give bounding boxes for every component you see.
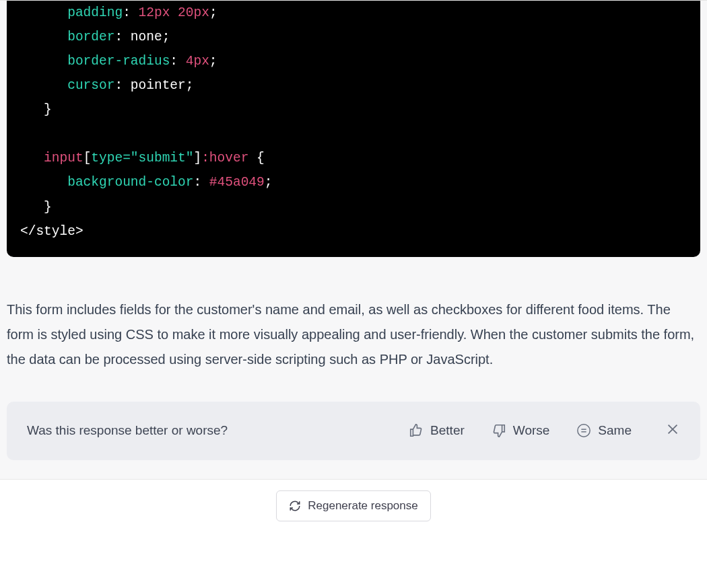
assistant-message-panel: padding: 12px 20px; border: none; border…: [0, 0, 707, 521]
feedback-worse-label: Worse: [513, 423, 550, 438]
code-line: padding: 12px 20px;: [20, 5, 217, 20]
feedback-prompt: Was this response better or worse?: [27, 423, 382, 438]
code-line: border: none;: [20, 30, 170, 44]
feedback-same-label: Same: [598, 423, 632, 438]
feedback-bar: Was this response better or worse? Bette…: [7, 402, 700, 460]
code-line: }: [20, 102, 52, 117]
code-line: }: [20, 200, 52, 215]
equals-icon: [576, 423, 591, 438]
code-line: background-color: #45a049;: [20, 175, 272, 190]
thumbs-up-icon: [409, 423, 424, 438]
feedback-same-button[interactable]: Same: [576, 423, 632, 438]
regenerate-icon: [289, 500, 301, 512]
feedback-better-label: Better: [430, 423, 465, 438]
svg-point-0: [578, 425, 590, 437]
code-block[interactable]: padding: 12px 20px; border: none; border…: [7, 1, 700, 257]
feedback-better-button[interactable]: Better: [409, 423, 465, 438]
code-line: input[type="submit"]:hover {: [20, 151, 265, 166]
close-icon: [665, 422, 680, 437]
regenerate-button[interactable]: Regenerate response: [276, 490, 431, 521]
feedback-worse-button[interactable]: Worse: [492, 423, 550, 438]
bottom-toolbar: Regenerate response: [0, 479, 707, 521]
feedback-close-button[interactable]: [665, 422, 680, 440]
regenerate-label: Regenerate response: [308, 499, 418, 513]
code-line: cursor: pointer;: [20, 78, 193, 93]
code-line: border-radius: 4px;: [20, 54, 217, 69]
code-line: </style>: [20, 224, 83, 239]
response-paragraph: This form includes fields for the custom…: [3, 257, 704, 399]
thumbs-down-icon: [492, 423, 506, 438]
